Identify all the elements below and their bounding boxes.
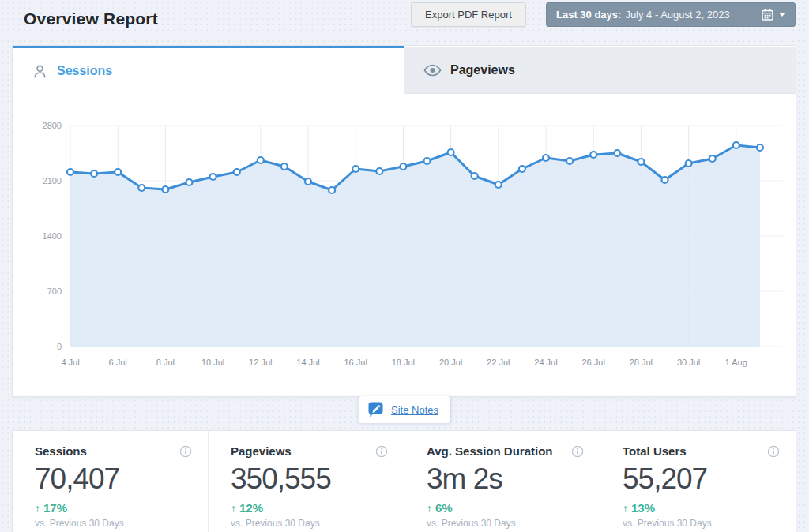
- chart-point[interactable]: [472, 173, 478, 179]
- date-range-value: July 4 - August 2, 2023: [625, 9, 729, 21]
- trend-up-icon: ↑: [35, 502, 40, 515]
- tab-sessions[interactable]: Sessions: [13, 46, 404, 94]
- stat-value: 3m 2s: [427, 463, 584, 496]
- chart-point[interactable]: [543, 155, 549, 161]
- stat-compare-label: vs. Previous 30 Days: [427, 518, 584, 529]
- info-icon[interactable]: [767, 445, 780, 458]
- trend-up-icon: ↑: [623, 502, 628, 515]
- x-axis-label: 6 Jul: [94, 358, 141, 367]
- y-axis-label: 1400: [43, 231, 62, 241]
- stat-card-total-users: Total Users55,207↑13%vs. Previous 30 Day…: [600, 431, 796, 532]
- info-icon[interactable]: [375, 445, 388, 458]
- stat-value: 350,555: [231, 463, 388, 496]
- stat-label: Total Users: [623, 444, 687, 458]
- x-axis-label: 24 Jul: [522, 358, 570, 367]
- x-axis-label: 26 Jul: [570, 358, 617, 367]
- chart-point[interactable]: [115, 169, 121, 175]
- stat-compare-label: vs. Previous 30 Days: [231, 518, 388, 529]
- y-axis: 0700140021002800: [13, 126, 62, 347]
- chart-point[interactable]: [566, 158, 573, 164]
- stat-compare-label: vs. Previous 30 Days: [623, 518, 780, 529]
- info-icon[interactable]: [179, 445, 192, 458]
- site-notes-link[interactable]: Site Notes: [391, 404, 438, 416]
- calendar-icon: [761, 8, 774, 21]
- chart-point[interactable]: [281, 163, 288, 170]
- chart-point[interactable]: [210, 174, 216, 180]
- x-axis-label: 14 Jul: [284, 358, 332, 367]
- site-notes-button[interactable]: Site Notes: [359, 396, 450, 423]
- tab-pageviews[interactable]: Pageviews: [404, 47, 796, 94]
- x-axis-label: 12 Jul: [237, 358, 284, 367]
- note-pencil-icon: [367, 401, 384, 418]
- page-title: Overview Report: [24, 9, 158, 28]
- chart-point[interactable]: [258, 157, 264, 163]
- x-axis-label: 1 Aug: [713, 358, 760, 367]
- chart-point[interactable]: [91, 170, 97, 177]
- x-axis-label: 10 Jul: [190, 358, 237, 367]
- stat-change-value: 17%: [43, 501, 67, 515]
- chart-point[interactable]: [638, 159, 644, 165]
- x-axis-label: 8 Jul: [141, 358, 189, 367]
- y-axis-label: 700: [47, 287, 62, 296]
- y-axis-label: 0: [57, 342, 62, 351]
- info-icon[interactable]: [571, 445, 584, 458]
- stat-change: ↑17%: [35, 501, 192, 515]
- chart-point[interactable]: [614, 150, 620, 156]
- chart-point[interactable]: [305, 178, 311, 185]
- chart-point[interactable]: [352, 166, 359, 172]
- tab-pageviews-label: Pageviews: [450, 63, 515, 77]
- date-range-picker[interactable]: Last 30 days: July 4 - August 2, 2023: [546, 2, 796, 27]
- chart-area: [70, 145, 760, 347]
- chart-point[interactable]: [400, 163, 406, 170]
- report-tabs: Sessions Pageviews: [13, 46, 796, 94]
- chart-point[interactable]: [234, 169, 240, 175]
- chart-point[interactable]: [448, 149, 454, 155]
- tab-sessions-label: Sessions: [57, 64, 112, 78]
- export-pdf-button[interactable]: Export PDF Report: [411, 2, 526, 27]
- x-axis-label: 22 Jul: [475, 358, 522, 367]
- chart-point[interactable]: [662, 177, 668, 183]
- chart-point[interactable]: [376, 168, 382, 174]
- stat-card-sessions: Sessions70,407↑17%vs. Previous 30 Days: [13, 431, 209, 532]
- eye-icon: [423, 64, 442, 77]
- stat-value: 55,207: [623, 463, 780, 496]
- stat-card-avg-session-duration: Avg. Session Duration3m 2s↑6%vs. Previou…: [404, 431, 600, 532]
- stat-label: Pageviews: [231, 444, 292, 458]
- person-icon: [32, 63, 48, 80]
- chart-point[interactable]: [733, 142, 739, 148]
- chart-point[interactable]: [186, 179, 193, 185]
- chart-point[interactable]: [424, 158, 431, 164]
- x-axis-label: 18 Jul: [379, 358, 427, 367]
- stat-label: Avg. Session Duration: [427, 444, 552, 458]
- chart-point[interactable]: [495, 182, 502, 188]
- chart-point[interactable]: [519, 166, 525, 172]
- stat-card-pageviews: Pageviews350,555↑12%vs. Previous 30 Days: [209, 431, 404, 532]
- x-axis-label: 28 Jul: [617, 358, 664, 367]
- x-axis-label: 20 Jul: [427, 358, 475, 367]
- chart-point[interactable]: [162, 186, 168, 193]
- chart-point[interactable]: [67, 169, 73, 175]
- x-axis-label: 30 Jul: [665, 358, 713, 367]
- chart-point[interactable]: [686, 160, 692, 167]
- trend-up-icon: ↑: [231, 502, 236, 515]
- stat-value: 70,407: [35, 463, 192, 496]
- stat-change-value: 6%: [435, 501, 453, 515]
- chart-point[interactable]: [590, 152, 596, 158]
- stats-bar: Sessions70,407↑17%vs. Previous 30 DaysPa…: [12, 430, 796, 532]
- stat-change: ↑13%: [623, 501, 780, 515]
- stat-change: ↑6%: [427, 501, 584, 515]
- trend-up-icon: ↑: [427, 502, 432, 515]
- stat-change: ↑12%: [231, 501, 388, 515]
- y-axis-label: 2800: [43, 121, 62, 130]
- date-range-label: Last 30 days:: [556, 9, 621, 21]
- chart-point[interactable]: [329, 187, 335, 193]
- sessions-line-chart: [70, 126, 783, 347]
- chart-point[interactable]: [709, 155, 716, 162]
- stat-change-value: 13%: [631, 501, 655, 515]
- chevron-down-icon: [779, 13, 785, 17]
- chart-point[interactable]: [138, 185, 145, 191]
- report-card: Sessions Pageviews 0700140021002800 4 Ju…: [12, 45, 796, 397]
- chart-point[interactable]: [757, 144, 763, 151]
- stat-compare-label: vs. Previous 30 Days: [35, 518, 192, 529]
- stat-change-value: 12%: [239, 501, 263, 515]
